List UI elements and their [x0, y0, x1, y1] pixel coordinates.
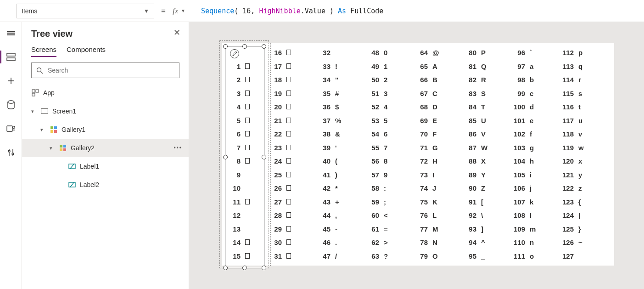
tree-node-label1[interactable]: Label1	[22, 157, 189, 176]
resize-handle[interactable]	[242, 266, 247, 270]
ascii-code: 106	[510, 184, 530, 192]
ascii-code: 29	[267, 225, 286, 233]
ascii-cell: 42*	[316, 181, 364, 195]
ascii-cell: 15	[226, 249, 267, 263]
chevron-down-icon[interactable]: ▾	[40, 127, 48, 133]
ascii-char: y	[578, 171, 592, 179]
ascii-code: 10	[226, 184, 245, 192]
tab-components[interactable]: Components	[67, 45, 106, 57]
ascii-cell: 91[	[462, 195, 510, 209]
tools-icon[interactable]	[4, 145, 18, 160]
ascii-code: 27	[267, 198, 286, 206]
ascii-char: &	[335, 130, 349, 138]
ascii-code: 22	[267, 130, 286, 138]
media-icon[interactable]	[4, 121, 18, 136]
hamburger-icon[interactable]	[4, 26, 18, 40]
ascii-char: {	[578, 198, 592, 206]
ascii-code: 34	[316, 76, 335, 84]
tree-node-app[interactable]: App	[22, 84, 189, 102]
ascii-cell: 108l	[510, 209, 559, 222]
ascii-cell: 73I	[413, 168, 462, 182]
search-input[interactable]	[47, 66, 174, 74]
ascii-cell: 44,	[316, 209, 364, 222]
tree-node-gallery2[interactable]: ▾ Gallery2 •••	[22, 139, 189, 157]
fx-button[interactable]: fx ▼	[173, 6, 197, 16]
chevron-down-icon[interactable]: ▾	[31, 108, 39, 114]
ascii-char: B	[432, 76, 446, 84]
insert-icon[interactable]	[4, 74, 18, 88]
ascii-cell: 126~	[559, 236, 608, 249]
ascii-code: 76	[413, 211, 432, 219]
tree-node-label2[interactable]: Label2	[22, 176, 189, 194]
ascii-char: g	[530, 144, 543, 152]
ascii-cell: 111o	[510, 249, 559, 263]
more-icon[interactable]: •••	[174, 145, 182, 151]
ascii-code: 114	[559, 76, 578, 84]
ascii-char: "	[335, 76, 349, 84]
ascii-cell: 20	[267, 100, 316, 114]
ascii-cell: 82R	[462, 73, 510, 87]
formula-input[interactable]: Sequence( 16, HighNibble.Value ) As Full…	[197, 4, 644, 18]
tree-node-gallery1[interactable]: ▾ Gallery1	[22, 120, 189, 139]
property-selector[interactable]: Items ▼	[17, 4, 154, 18]
ascii-code: 94	[462, 238, 481, 246]
ascii-char: x	[578, 157, 592, 165]
tree-node-screen1[interactable]: ▾ Screen1	[22, 102, 189, 120]
ascii-column: 0123456789101112131415	[226, 46, 267, 263]
ascii-cell: 22	[267, 127, 316, 141]
ascii-cell: 25	[267, 168, 316, 182]
svg-point-6	[12, 126, 15, 129]
ascii-cell: 61=	[364, 222, 413, 236]
ascii-code: 33	[316, 62, 335, 70]
tree-view-icon[interactable]	[4, 50, 18, 64]
resize-handle[interactable]	[223, 266, 228, 270]
screen-artboard[interactable]: 0123456789101112131415161718192021222324…	[222, 43, 614, 266]
ascii-cell: 88X	[462, 154, 510, 168]
search-box[interactable]	[31, 62, 179, 78]
ascii-code: 115	[559, 90, 578, 97]
ascii-cell: 480	[364, 46, 413, 60]
ascii-cell: 99c	[510, 87, 559, 101]
ascii-char: `	[530, 49, 543, 57]
ascii-cell: 125}	[559, 222, 608, 236]
ascii-code: 44	[316, 211, 335, 219]
ascii-code: 77	[413, 225, 432, 233]
ascii-char: f	[530, 130, 543, 138]
ascii-char	[286, 184, 300, 192]
svg-rect-1	[7, 58, 15, 61]
ascii-code: 40	[316, 157, 335, 165]
ascii-code: 104	[510, 157, 530, 165]
gallery-icon	[50, 125, 58, 134]
ascii-code: 17	[267, 62, 286, 70]
svg-line-26	[70, 164, 74, 169]
ascii-char: L	[432, 211, 446, 219]
ascii-code: 126	[559, 238, 578, 246]
ascii-cell: 58:	[364, 181, 413, 195]
ascii-code: 14	[226, 238, 245, 246]
ascii-cell: 502	[364, 73, 413, 87]
ascii-code: 87	[462, 144, 481, 152]
ascii-char	[286, 90, 300, 97]
ascii-cell: 43+	[316, 195, 364, 209]
ascii-code: 60	[364, 211, 384, 219]
ascii-char	[245, 90, 259, 97]
ascii-cell: 68D	[413, 100, 462, 114]
tree-node-label: Label2	[80, 181, 99, 188]
chevron-down-icon[interactable]: ▾	[50, 145, 57, 151]
tree-node-label: Label1	[80, 163, 99, 170]
ascii-code: 112	[559, 49, 578, 57]
data-icon[interactable]	[4, 97, 18, 112]
ascii-code: 63	[364, 252, 384, 260]
tab-screens[interactable]: Screens	[31, 45, 56, 57]
ascii-char: r	[578, 76, 592, 84]
ascii-code: 120	[559, 157, 578, 165]
canvas[interactable]: 0123456789101112131415161718192021222324…	[189, 22, 644, 289]
resize-handle[interactable]	[262, 266, 266, 270]
ascii-cell: 12	[226, 209, 267, 222]
ascii-code: 84	[462, 103, 481, 111]
svg-rect-15	[32, 93, 35, 96]
svg-rect-16	[41, 109, 48, 114]
ascii-cell: 84T	[462, 100, 510, 114]
close-icon[interactable]: ✕	[174, 28, 180, 37]
svg-rect-13	[32, 90, 35, 92]
